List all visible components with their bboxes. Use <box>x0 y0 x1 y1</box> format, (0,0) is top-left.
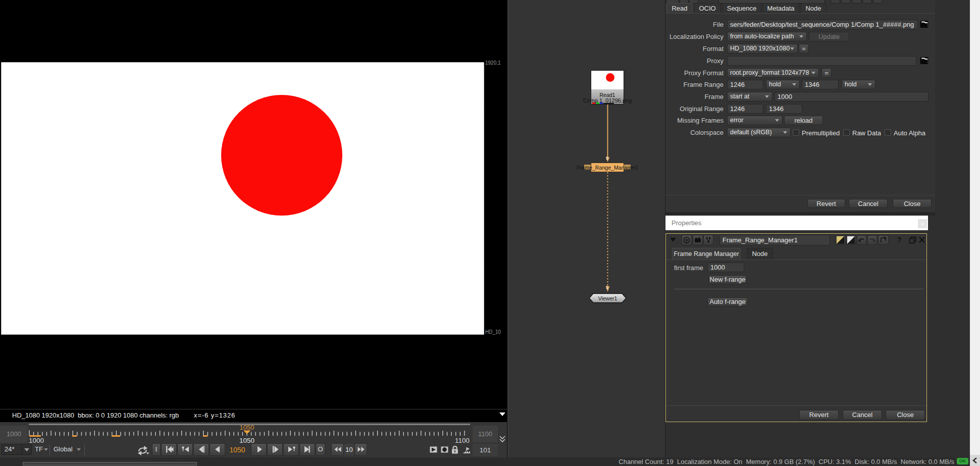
svg-text:1050: 1050 <box>240 424 254 431</box>
svg-text:Viewer1: Viewer1 <box>598 295 617 301</box>
svg-text:1: 1 <box>606 156 608 161</box>
svg-text:1100: 1100 <box>455 437 470 444</box>
svg-text:1000: 1000 <box>29 437 44 444</box>
svg-text:1050: 1050 <box>239 437 254 444</box>
svg-text:1: 1 <box>606 285 608 290</box>
